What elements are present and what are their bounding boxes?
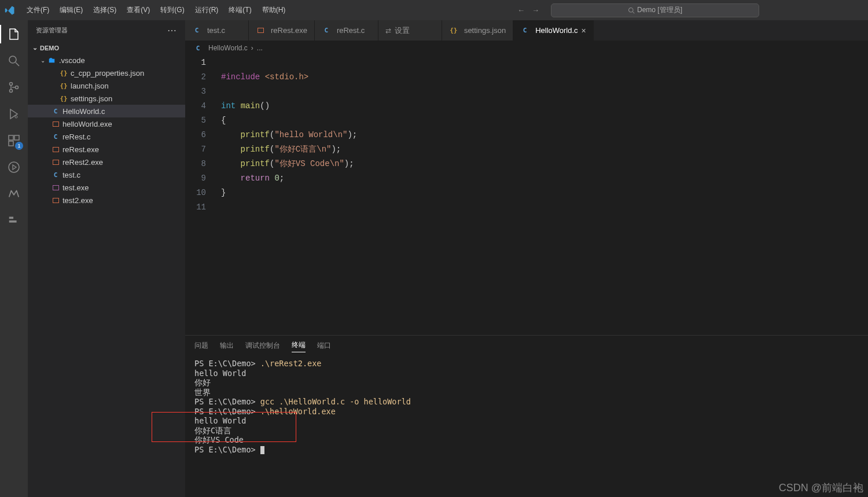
line-gutter: 1234567891011 [185,56,216,335]
menu-item[interactable]: 转到(G) [156,3,189,17]
svg-point-0 [628,8,633,12]
svg-point-6 [16,86,19,89]
editor-tab[interactable]: ⇄设置 [378,20,442,41]
svg-line-1 [632,12,634,13]
menu-item[interactable]: 终端(T) [224,3,256,17]
tree-folder[interactable]: ⌄🖿.vscode [28,54,185,67]
activity-m-icon[interactable] [6,186,22,202]
tree-file[interactable]: {}launch.json [28,79,185,92]
editor-tab[interactable]: CreRest.c [315,20,378,41]
tree-file[interactable]: test.exe [28,181,185,194]
folder-icon: 🖿 [47,56,57,65]
tree-file[interactable]: CreRest.c [28,130,185,143]
tree-file[interactable]: test2.exe [28,194,185,207]
svg-rect-9 [14,135,19,140]
highlight-box [152,412,296,442]
exe-file-icon [51,157,60,167]
activity-bar: 1 [0,20,28,497]
c-file-icon: C [193,43,203,53]
editor-tab[interactable]: Ctest.c [185,20,249,41]
panel-tab[interactable]: 输出 [220,339,234,352]
command-center[interactable]: Demo [管理员] [551,3,759,17]
editor-tab[interactable]: reRest.exe [249,20,315,41]
menu-bar: 文件(F)编辑(E)选择(S)查看(V)转到(G)运行(R)终端(T)帮助(H) [22,3,290,17]
tree-file[interactable]: {}settings.json [28,92,185,105]
editor-tab[interactable]: CHelloWorld.c× [513,20,594,41]
search-icon [628,7,635,14]
panel-tab[interactable]: 调试控制台 [245,339,280,352]
tree-file[interactable]: {}c_cpp_properties.json [28,67,185,79]
tree-file[interactable]: reRest2.exe [28,156,185,168]
sidebar-more-icon[interactable]: ⋯ [167,25,177,36]
json-file-icon: {} [59,68,68,78]
activity-explorer[interactable] [6,26,22,42]
menu-item[interactable]: 帮助(H) [258,3,290,17]
menu-item[interactable]: 查看(V) [122,3,155,17]
svg-rect-10 [9,141,13,146]
tree-file[interactable]: Ctest.c [28,168,185,181]
exe-file-icon [256,26,265,35]
exe-file-icon [51,119,60,128]
exe-file-icon [51,183,60,192]
activity-extensions[interactable]: 1 [6,132,22,149]
json-file-icon: {} [449,26,458,35]
exe-file-icon [51,196,60,205]
extensions-badge: 1 [15,142,23,150]
svg-point-4 [10,83,13,86]
cursor [260,446,264,454]
nav-forward-icon[interactable]: → [532,6,539,14]
menu-item[interactable]: 编辑(E) [55,3,87,17]
tree-file[interactable]: CHelloWorld.c [28,105,185,117]
c-file-icon: C [520,26,529,35]
svg-point-11 [9,162,19,172]
activity-search[interactable] [6,53,22,69]
json-file-icon: {} [59,94,68,103]
svg-point-7 [15,116,17,118]
terminal[interactable]: PS E:\C\Demo> .\reRest2.exehello World你好… [185,355,868,497]
svg-point-2 [9,56,16,63]
code-content[interactable]: #include <stdio.h> int main(){ printf("h… [216,56,868,335]
chevron-down-icon: ⌄ [32,44,38,51]
c-file-icon: C [192,26,201,35]
c-file-icon: C [51,170,60,179]
sidebar-root[interactable]: ⌄ DEMO [28,42,185,54]
chevron-down-icon: ⌄ [38,57,47,64]
activity-testing[interactable] [6,159,22,175]
close-icon[interactable]: × [582,26,586,35]
command-center-text: Demo [管理员] [637,5,682,15]
settings-icon: ⇄ [385,27,391,35]
panel: 问题输出调试控制台终端端口 PS E:\C\Demo> .\reRest2.ex… [185,335,868,497]
panel-tab[interactable]: 问题 [194,339,208,352]
panel-tabs: 问题输出调试控制台终端端口 [185,336,868,355]
activity-run[interactable] [6,106,22,122]
breadcrumb[interactable]: C HelloWorld.c › ... [185,41,868,56]
sidebar-title: 资源管理器 [36,26,68,35]
editor[interactable]: 1234567891011 #include <stdio.h> int mai… [185,56,868,335]
svg-rect-8 [9,135,13,140]
svg-rect-13 [9,220,17,223]
exe-file-icon [51,145,60,154]
panel-tab[interactable]: 端口 [317,339,331,352]
activity-todo[interactable] [6,212,22,229]
c-file-icon: C [51,106,60,116]
svg-rect-12 [9,217,13,219]
tree-file[interactable]: helloWorld.exe [28,117,185,130]
nav-arrows: ← → [517,6,539,14]
json-file-icon: {} [59,81,68,90]
editor-tabs: Ctest.creRest.exeCreRest.c⇄设置{}settings.… [185,20,868,41]
c-file-icon: C [51,132,60,141]
menu-item[interactable]: 运行(R) [190,3,223,17]
nav-back-icon[interactable]: ← [517,6,525,14]
activity-scm[interactable] [6,79,22,95]
vscode-logo-icon [5,5,15,16]
tree-file[interactable]: reRest.exe [28,143,185,156]
menu-item[interactable]: 文件(F) [22,3,54,17]
menu-item[interactable]: 选择(S) [89,3,121,17]
panel-tab[interactable]: 终端 [292,338,306,352]
c-file-icon: C [322,26,331,35]
svg-line-3 [16,62,19,66]
svg-point-5 [10,90,13,93]
editor-tab[interactable]: {}settings.json [442,20,513,41]
